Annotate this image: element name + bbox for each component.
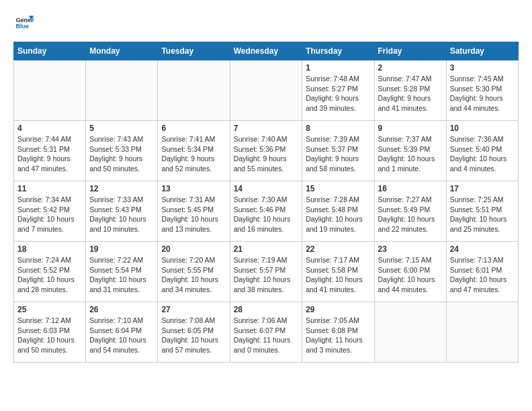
calendar-header-thursday: Thursday [302,42,374,60]
day-number: 8 [306,124,370,133]
day-number: 23 [378,244,443,254]
day-info: Sunrise: 7:44 AM Sunset: 5:31 PM Dayligh… [17,134,82,174]
page-header: General Blue [13,13,519,35]
day-number: 5 [89,124,154,133]
day-info: Sunrise: 7:28 AM Sunset: 5:48 PM Dayligh… [306,195,370,234]
calendar-cell [86,60,158,121]
day-info: Sunrise: 7:34 AM Sunset: 5:42 PM Dayligh… [17,195,82,234]
calendar-cell: 8Sunrise: 7:39 AM Sunset: 5:37 PM Daylig… [302,121,374,181]
calendar-table: SundayMondayTuesdayWednesdayThursdayFrid… [13,42,519,363]
day-info: Sunrise: 7:12 AM Sunset: 6:03 PM Dayligh… [17,316,82,355]
calendar-cell: 4Sunrise: 7:44 AM Sunset: 5:31 PM Daylig… [14,121,86,181]
calendar-header-row: SundayMondayTuesdayWednesdayThursdayFrid… [14,42,519,60]
day-number: 20 [161,244,226,254]
day-number: 7 [234,124,299,133]
day-info: Sunrise: 7:43 AM Sunset: 5:33 PM Dayligh… [89,134,154,174]
day-number: 12 [89,184,154,193]
calendar-header-saturday: Saturday [446,42,518,60]
day-number: 22 [306,244,370,254]
calendar-cell: 28Sunrise: 7:06 AM Sunset: 6:07 PM Dayli… [230,302,302,363]
day-info: Sunrise: 7:30 AM Sunset: 5:46 PM Dayligh… [234,195,299,234]
day-number: 2 [378,63,443,73]
calendar-header-monday: Monday [86,42,158,60]
day-info: Sunrise: 7:05 AM Sunset: 6:08 PM Dayligh… [306,316,370,355]
week-row-3: 11Sunrise: 7:34 AM Sunset: 5:42 PM Dayli… [14,181,519,242]
calendar-cell: 19Sunrise: 7:22 AM Sunset: 5:54 PM Dayli… [86,242,158,302]
day-info: Sunrise: 7:45 AM Sunset: 5:30 PM Dayligh… [450,74,515,113]
calendar-cell: 23Sunrise: 7:15 AM Sunset: 6:00 PM Dayli… [374,242,446,302]
day-info: Sunrise: 7:15 AM Sunset: 6:00 PM Dayligh… [378,255,443,295]
calendar-cell: 9Sunrise: 7:37 AM Sunset: 5:39 PM Daylig… [374,121,446,181]
day-info: Sunrise: 7:19 AM Sunset: 5:57 PM Dayligh… [234,255,299,295]
day-info: Sunrise: 7:48 AM Sunset: 5:27 PM Dayligh… [306,74,370,113]
calendar-cell [230,60,302,121]
calendar-cell [446,302,518,363]
calendar-cell: 18Sunrise: 7:24 AM Sunset: 5:52 PM Dayli… [14,242,86,302]
day-number: 21 [234,244,299,254]
day-number: 3 [450,63,515,73]
calendar-cell: 7Sunrise: 7:40 AM Sunset: 5:36 PM Daylig… [230,121,302,181]
calendar-cell: 14Sunrise: 7:30 AM Sunset: 5:46 PM Dayli… [230,181,302,242]
day-number: 16 [378,184,443,193]
calendar-cell: 5Sunrise: 7:43 AM Sunset: 5:33 PM Daylig… [86,121,158,181]
day-number: 6 [161,124,226,133]
day-info: Sunrise: 7:27 AM Sunset: 5:49 PM Dayligh… [378,195,443,234]
calendar-cell: 17Sunrise: 7:25 AM Sunset: 5:51 PM Dayli… [446,181,518,242]
day-info: Sunrise: 7:41 AM Sunset: 5:34 PM Dayligh… [161,134,226,174]
week-row-1: 1Sunrise: 7:48 AM Sunset: 5:27 PM Daylig… [14,60,519,121]
day-number: 13 [161,184,226,193]
calendar-cell [158,60,230,121]
day-info: Sunrise: 7:08 AM Sunset: 6:05 PM Dayligh… [161,316,226,355]
day-number: 1 [306,63,370,73]
day-number: 17 [450,184,515,193]
day-info: Sunrise: 7:17 AM Sunset: 5:58 PM Dayligh… [306,255,370,295]
day-info: Sunrise: 7:36 AM Sunset: 5:40 PM Dayligh… [450,134,515,174]
calendar-header-tuesday: Tuesday [158,42,230,60]
logo-icon: General Blue [15,13,34,32]
day-number: 28 [234,305,299,314]
calendar-cell: 20Sunrise: 7:20 AM Sunset: 5:55 PM Dayli… [158,242,230,302]
day-number: 25 [17,305,82,314]
calendar-cell: 22Sunrise: 7:17 AM Sunset: 5:58 PM Dayli… [302,242,374,302]
calendar-cell: 10Sunrise: 7:36 AM Sunset: 5:40 PM Dayli… [446,121,518,181]
day-info: Sunrise: 7:37 AM Sunset: 5:39 PM Dayligh… [378,134,443,174]
day-info: Sunrise: 7:31 AM Sunset: 5:45 PM Dayligh… [161,195,226,234]
week-row-4: 18Sunrise: 7:24 AM Sunset: 5:52 PM Dayli… [14,242,519,302]
svg-text:Blue: Blue [15,23,29,30]
day-number: 26 [89,305,154,314]
calendar-header-sunday: Sunday [14,42,86,60]
calendar-cell: 29Sunrise: 7:05 AM Sunset: 6:08 PM Dayli… [302,302,374,363]
calendar-header-wednesday: Wednesday [230,42,302,60]
day-number: 18 [17,244,82,254]
calendar-cell: 6Sunrise: 7:41 AM Sunset: 5:34 PM Daylig… [158,121,230,181]
calendar-cell: 12Sunrise: 7:33 AM Sunset: 5:43 PM Dayli… [86,181,158,242]
day-info: Sunrise: 7:33 AM Sunset: 5:43 PM Dayligh… [89,195,154,234]
calendar-cell: 27Sunrise: 7:08 AM Sunset: 6:05 PM Dayli… [158,302,230,363]
week-row-2: 4Sunrise: 7:44 AM Sunset: 5:31 PM Daylig… [14,121,519,181]
day-info: Sunrise: 7:13 AM Sunset: 6:01 PM Dayligh… [450,255,515,295]
calendar-cell: 3Sunrise: 7:45 AM Sunset: 5:30 PM Daylig… [446,60,518,121]
calendar-cell: 26Sunrise: 7:10 AM Sunset: 6:04 PM Dayli… [86,302,158,363]
calendar-cell: 2Sunrise: 7:47 AM Sunset: 5:28 PM Daylig… [374,60,446,121]
day-number: 24 [450,244,515,254]
day-info: Sunrise: 7:20 AM Sunset: 5:55 PM Dayligh… [161,255,226,295]
day-number: 19 [89,244,154,254]
day-number: 9 [378,124,443,133]
day-info: Sunrise: 7:25 AM Sunset: 5:51 PM Dayligh… [450,195,515,234]
calendar-cell: 24Sunrise: 7:13 AM Sunset: 6:01 PM Dayli… [446,242,518,302]
day-number: 11 [17,184,82,193]
day-info: Sunrise: 7:22 AM Sunset: 5:54 PM Dayligh… [89,255,154,295]
day-info: Sunrise: 7:47 AM Sunset: 5:28 PM Dayligh… [378,74,443,113]
calendar-cell [14,60,86,121]
day-info: Sunrise: 7:10 AM Sunset: 6:04 PM Dayligh… [89,316,154,355]
calendar-cell: 11Sunrise: 7:34 AM Sunset: 5:42 PM Dayli… [14,181,86,242]
day-info: Sunrise: 7:06 AM Sunset: 6:07 PM Dayligh… [234,316,299,355]
calendar-header-friday: Friday [374,42,446,60]
day-info: Sunrise: 7:39 AM Sunset: 5:37 PM Dayligh… [306,134,370,174]
day-number: 15 [306,184,370,193]
calendar-cell: 25Sunrise: 7:12 AM Sunset: 6:03 PM Dayli… [14,302,86,363]
day-number: 27 [161,305,226,314]
calendar-cell: 13Sunrise: 7:31 AM Sunset: 5:45 PM Dayli… [158,181,230,242]
week-row-5: 25Sunrise: 7:12 AM Sunset: 6:03 PM Dayli… [14,302,519,363]
logo: General Blue [13,13,34,35]
